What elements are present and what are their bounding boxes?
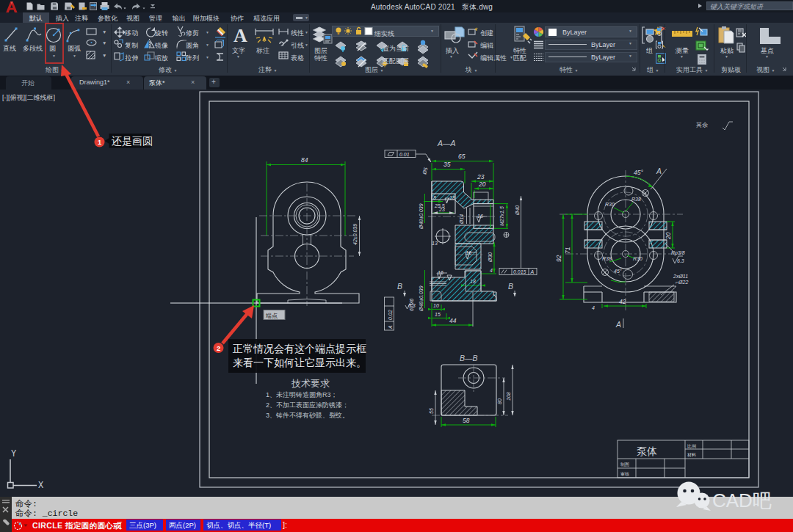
svg-text:1: 1 [98, 138, 102, 146]
svg-text:2: 2 [217, 344, 220, 352]
svg-text:正常情况会有这个端点提示框: 正常情况会有这个端点提示框 [233, 343, 366, 354]
svg-text:CAD吧: CAD吧 [712, 489, 772, 511]
svg-text:来看一下如何让它显示出来。: 来看一下如何让它显示出来。 [233, 357, 366, 368]
svg-text:还是画圆: 还是画圆 [112, 135, 153, 147]
